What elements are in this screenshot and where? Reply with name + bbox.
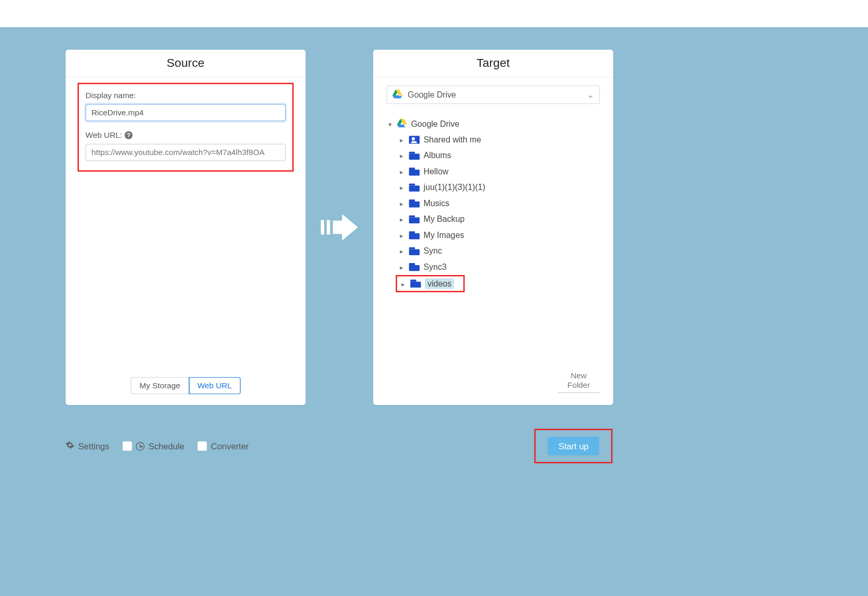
clock-icon	[136, 442, 145, 450]
expand-icon[interactable]: ▸	[398, 247, 405, 255]
start-button[interactable]: Start up	[548, 437, 599, 456]
tree-item[interactable]: ▸Sync3	[398, 259, 600, 275]
tree-item-label: Musics	[424, 199, 449, 208]
tab-my-storage[interactable]: My Storage	[131, 377, 189, 395]
settings-button[interactable]: Settings	[66, 440, 110, 451]
tree-item-label: Shared with me	[424, 135, 481, 145]
converter-checkbox[interactable]	[198, 442, 207, 451]
gear-icon	[66, 440, 75, 451]
tree-item[interactable]: ▸My Backup	[398, 211, 600, 227]
folder-icon	[409, 216, 420, 223]
tree-item-label: My Images	[424, 231, 465, 240]
selected-folder-label[interactable]: videos	[425, 278, 454, 289]
converter-toggle[interactable]: Converter	[198, 441, 249, 451]
expand-icon[interactable]: ▸	[398, 200, 405, 207]
expand-icon[interactable]: ▸	[400, 280, 407, 288]
expand-icon[interactable]: ▸	[398, 264, 405, 271]
tree-root[interactable]: ▾ Google Drive	[386, 116, 600, 132]
tree-item[interactable]: ▸Shared with me	[398, 132, 600, 148]
google-drive-icon	[397, 118, 407, 130]
settings-label: Settings	[78, 441, 110, 451]
tree-item-label: Sync	[424, 246, 442, 256]
tree-item[interactable]: ▸Hellow	[398, 164, 600, 180]
folder-icon	[410, 280, 421, 288]
help-icon[interactable]: ?	[125, 131, 133, 139]
target-panel: Target Google	[373, 50, 613, 405]
source-panel: Source Display name: Web URL: ?	[66, 50, 306, 405]
arrow-right-icon	[333, 214, 358, 241]
display-name-input[interactable]	[86, 104, 286, 121]
target-title: Target	[373, 50, 613, 77]
source-highlight-box: Display name: Web URL: ?	[78, 83, 294, 172]
tab-web-url[interactable]: Web URL	[189, 377, 241, 395]
folder-icon	[409, 168, 420, 175]
display-name-label: Display name:	[86, 91, 286, 100]
tree-item-label: Hellow	[424, 167, 449, 176]
drive-select-label: Google Drive	[408, 90, 456, 100]
expand-icon[interactable]: ▸	[398, 216, 405, 223]
drive-select[interactable]: Google Drive ⌄	[386, 86, 600, 104]
schedule-label: Schedule	[148, 441, 184, 451]
converter-label: Converter	[211, 441, 248, 451]
google-drive-icon	[393, 89, 402, 101]
tree-root-label: Google Drive	[411, 120, 459, 129]
web-url-label: Web URL: ?	[86, 130, 286, 140]
tree-item[interactable]: ▸Albums	[398, 148, 600, 163]
chevron-down-icon: ⌄	[587, 90, 594, 100]
source-tab-group: My Storage Web URL	[131, 377, 241, 395]
top-whitespace	[0, 0, 868, 27]
shared-folder-icon	[409, 136, 420, 144]
tree-item-label: My Backup	[424, 214, 465, 224]
start-highlight-box: Start up	[534, 429, 612, 463]
expand-icon[interactable]: ▸	[398, 232, 405, 239]
folder-icon	[409, 184, 420, 192]
new-folder-button[interactable]: New Folder	[557, 368, 600, 393]
selected-folder-highlight: ▸ videos	[396, 275, 465, 292]
tree-item[interactable]: ▸juu(1)(1)(3)(1)(1)	[398, 180, 600, 195]
folder-icon	[409, 152, 420, 160]
folder-tree: ▾ Google Drive ▸Shared with me▸Albums▸He	[386, 116, 600, 292]
schedule-toggle[interactable]: Schedule	[123, 441, 184, 451]
collapse-icon[interactable]: ▾	[386, 120, 393, 127]
folder-icon	[409, 263, 420, 271]
folder-icon	[409, 231, 420, 239]
web-url-input[interactable]	[86, 144, 286, 161]
tree-item[interactable]: ▸Sync	[398, 243, 600, 259]
tree-item-label: Sync3	[424, 263, 447, 272]
schedule-checkbox[interactable]	[123, 442, 132, 451]
expand-icon[interactable]: ▸	[398, 152, 405, 159]
tree-item-label: Albums	[424, 151, 451, 160]
expand-icon[interactable]: ▸	[398, 168, 405, 175]
tree-item[interactable]: ▸Musics	[398, 196, 600, 211]
bottom-bar: Settings Schedule Converter Start up	[66, 429, 613, 463]
tree-item-label: juu(1)(1)(3)(1)(1)	[424, 183, 485, 192]
app-background: Source Display name: Web URL: ?	[0, 27, 868, 596]
folder-icon	[409, 247, 420, 255]
expand-icon[interactable]: ▸	[398, 184, 405, 191]
transfer-arrow	[305, 50, 373, 405]
folder-icon	[409, 199, 420, 207]
source-title: Source	[66, 50, 306, 77]
expand-icon[interactable]: ▸	[398, 136, 405, 144]
tree-item[interactable]: ▸My Images	[398, 228, 600, 243]
